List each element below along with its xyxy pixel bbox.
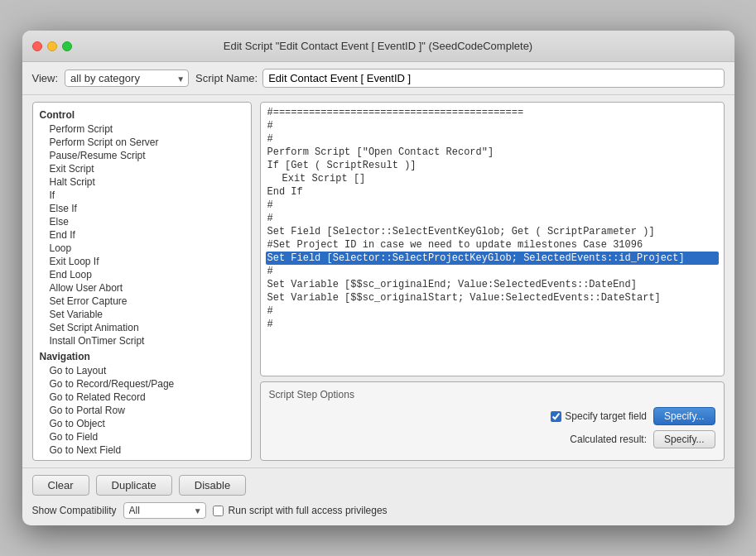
list-item[interactable]: Set Error Capture <box>33 295 251 308</box>
action-buttons: Clear Duplicate Disable <box>32 475 725 496</box>
list-item[interactable]: Go to Next Field <box>33 443 251 457</box>
script-line: # <box>266 212 719 225</box>
list-item[interactable]: Set Variable <box>33 308 251 321</box>
script-line: # <box>266 318 719 331</box>
script-line: # <box>266 119 719 132</box>
specify-target-checkbox[interactable] <box>551 411 561 422</box>
main-window: Edit Script "Edit Contact Event [ EventI… <box>22 31 734 525</box>
list-item[interactable]: Else <box>33 215 251 228</box>
left-panel: Control Perform Script Perform Script on… <box>32 102 252 461</box>
specify-target-label: Specify target field <box>551 410 647 422</box>
list-item[interactable]: Allow User Abort <box>33 281 251 295</box>
toolbar: View: all by category ▼ Script Name: <box>22 62 734 95</box>
calculated-result-label: Calculated result: <box>570 434 647 445</box>
list-item[interactable]: Pause/Resume Script <box>33 149 251 162</box>
duplicate-button[interactable]: Duplicate <box>96 475 172 496</box>
view-select-wrapper: all by category ▼ <box>65 70 189 87</box>
list-item[interactable]: Go to Related Record <box>33 391 251 404</box>
script-line: #=======================================… <box>266 106 719 119</box>
list-item[interactable]: Go to Object <box>33 417 251 430</box>
list-item[interactable]: Set Script Animation <box>33 321 251 334</box>
script-line: Set Variable [$$sc_originalEnd; Value:Se… <box>266 278 719 291</box>
view-label: View: <box>32 72 59 84</box>
list-item[interactable]: If <box>33 189 251 202</box>
list-item[interactable]: Exit Loop If <box>33 255 251 268</box>
script-name-label: Script Name: <box>195 72 258 84</box>
script-line: Exit Script [] <box>266 172 719 185</box>
disable-button[interactable]: Disable <box>179 475 246 496</box>
calculated-result-button[interactable]: Specify... <box>653 430 715 448</box>
script-line: # <box>266 199 719 212</box>
clear-button[interactable]: Clear <box>32 475 89 496</box>
access-privileges-checkbox[interactable] <box>213 506 224 516</box>
options-panel: Script Step Options Specify target field… <box>260 381 725 461</box>
compat-row: Show Compatibility All ▼ Run script with… <box>32 502 725 519</box>
show-compat-label: Show Compatibility <box>32 505 117 516</box>
script-line: # <box>266 132 719 146</box>
list-item[interactable]: Go to Field <box>33 430 251 443</box>
calculated-result-row: Calculated result: Specify... <box>269 430 715 448</box>
list-item[interactable]: Halt Script <box>33 175 251 189</box>
script-line: If [Get ( ScriptResult )] <box>266 159 719 172</box>
steps-list[interactable]: Control Perform Script Perform Script on… <box>32 102 252 461</box>
compat-select[interactable]: All <box>123 502 206 519</box>
section-header-control: Control <box>33 106 251 122</box>
script-line: # <box>266 304 719 318</box>
script-line: Perform Script ["Open Contact Record"] <box>266 146 719 159</box>
maximize-button[interactable] <box>62 41 72 51</box>
list-item[interactable]: Loop <box>33 242 251 255</box>
list-item[interactable]: End Loop <box>33 268 251 281</box>
script-line: Set Field [Selector::SelectEventKeyGlob;… <box>266 225 719 238</box>
script-line: #Set Project ID in case we need to updat… <box>266 238 719 252</box>
script-line: # <box>266 265 719 278</box>
list-item[interactable]: Perform Script on Server <box>33 136 251 149</box>
window-title: Edit Script "Edit Contact Event [ EventI… <box>224 40 532 52</box>
compat-select-wrapper: All ▼ <box>123 502 206 519</box>
right-panel: #=======================================… <box>260 102 725 461</box>
bottom-bar: Clear Duplicate Disable Show Compatibili… <box>22 467 734 525</box>
script-line: Set Variable [$$sc_originalStart; Value:… <box>266 291 719 304</box>
specify-target-row: Specify target field Specify... <box>269 407 715 425</box>
list-item[interactable]: Else If <box>33 202 251 215</box>
script-line-selected: Set Field [Selector::SelectProjectKeyGlo… <box>266 252 719 265</box>
script-editor[interactable]: #=======================================… <box>260 102 725 376</box>
view-select[interactable]: all by category <box>65 70 189 87</box>
titlebar: Edit Script "Edit Contact Event [ EventI… <box>22 31 734 62</box>
list-item[interactable]: Perform Script <box>33 122 251 136</box>
script-line: End If <box>266 185 719 199</box>
access-privileges-label[interactable]: Run script with full access privileges <box>229 505 388 516</box>
access-check: Run script with full access privileges <box>213 505 388 516</box>
specify-target-button[interactable]: Specify... <box>653 407 715 425</box>
main-content: Control Perform Script Perform Script on… <box>22 95 734 467</box>
list-item[interactable]: Go to Record/Request/Page <box>33 377 251 391</box>
list-item[interactable]: Go to Portal Row <box>33 404 251 417</box>
list-item[interactable]: Install OnTimer Script <box>33 334 251 348</box>
script-name-wrapper: Script Name: <box>195 69 724 88</box>
section-header-navigation: Navigation <box>33 348 251 364</box>
minimize-button[interactable] <box>47 41 57 51</box>
options-title: Script Step Options <box>269 389 715 400</box>
list-item[interactable]: Exit Script <box>33 162 251 175</box>
traffic-lights <box>32 41 72 51</box>
script-name-input[interactable] <box>262 69 724 88</box>
list-item[interactable]: End If <box>33 228 251 242</box>
close-button[interactable] <box>32 41 42 51</box>
list-item[interactable]: Go to Layout <box>33 364 251 377</box>
